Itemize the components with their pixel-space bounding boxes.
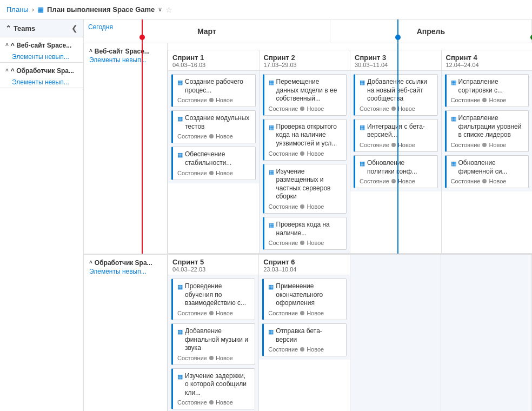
sprint-4-dates: 12.04–24.04	[446, 62, 528, 68]
chevron-up-icon: ⌃	[5, 24, 11, 32]
status-label: Состояние	[177, 399, 207, 406]
sprint-2-dates: 17.03–29.03	[264, 62, 346, 68]
team1-name[interactable]: ^ Веб-сайт Space...	[89, 48, 162, 55]
top-bar: Планы › ▦ План выполнения Space Game ∨ ☆	[0, 0, 532, 19]
status-label: Состояние	[451, 178, 481, 184]
task-icon: ▦	[269, 221, 274, 229]
sprint-4-cards: ▦Исправление сортировки с... СостояниеНо…	[442, 71, 533, 191]
month-april-label: Апрель	[417, 27, 445, 36]
today-label: Сегодня	[88, 23, 113, 31]
sprint-3-header: Спринт 3 30.03–11.04	[350, 50, 441, 71]
task-icon: ▦	[177, 373, 183, 380]
card-s2-3[interactable]: ▦Изучение размещенных и частных серверов…	[263, 164, 347, 214]
card-s1-2[interactable]: ▦Создание модульных тестов СостояниеНово…	[171, 110, 256, 143]
status-dot	[300, 107, 304, 111]
today-dot	[139, 35, 145, 40]
content-area: Сегодня Март	[84, 19, 532, 411]
status-label: Состояние	[269, 203, 298, 210]
status-label: Состояние	[360, 178, 389, 184]
sidebar-section-website-header[interactable]: ^ ^ Веб-сайт Space...	[0, 37, 83, 51]
sidebar-collapse-icon[interactable]: ❮	[71, 24, 78, 32]
task-icon: ▦	[360, 78, 365, 86]
sprint-1-col: Спринт 1 04.03–16.03 ▦Создание рабочего …	[168, 50, 260, 253]
card-s4-3[interactable]: ▦Обновление фирменной си... СостояниеНов…	[445, 155, 529, 188]
sidebar-section-handler-header[interactable]: ^ ^ Обработчик Spa...	[0, 63, 83, 77]
star-icon[interactable]: ☆	[165, 5, 172, 14]
team2-backlog-link[interactable]: Элементы невып...	[89, 268, 162, 275]
card-s5-2[interactable]: ▦Добавление финальной музыки и звука Сос…	[171, 323, 255, 365]
status-dot	[209, 311, 214, 315]
team-website-section: Спринт 1 04.03–16.03 ▦Создание рабочего …	[84, 43, 532, 255]
card-s2-2[interactable]: ▦Проверка открытого кода на наличие уязв…	[263, 119, 347, 161]
card-s1-3[interactable]: ▦Обеспечение стабильности... СостояниеНо…	[171, 147, 256, 180]
card-s6-1[interactable]: ▦Применение окончательного оформления Со…	[262, 279, 346, 320]
status-dot	[300, 151, 304, 156]
status-label: Состояние	[451, 142, 481, 148]
status-dot	[482, 179, 487, 183]
sprint-5-cards: ▦Проведение обучения по взаимодействию с…	[168, 275, 258, 411]
card-s3-1[interactable]: ▦Добавление ссылки на новый веб-сайт соо…	[354, 74, 438, 116]
team2-name[interactable]: ^ Обработчик Spa...	[89, 259, 162, 267]
sprint-4-col: Спринт 4 12.04–24.04 ▦Исправление сортир…	[442, 50, 533, 253]
status-dot	[209, 98, 214, 102]
task-icon: ▦	[360, 160, 365, 167]
task-icon: ▦	[451, 115, 456, 122]
sprint-5-name: Спринт 5	[172, 258, 254, 266]
sprint-6-col: Спринт 6 23.03–10.04 ▦Применение окончат…	[259, 255, 350, 411]
task-icon: ▦	[451, 78, 456, 86]
team1-backlog-link[interactable]: Элементы невып...	[89, 56, 162, 64]
website-backlog-link[interactable]: Элементы невып...	[0, 51, 83, 62]
sprint-6-header: Спринт 6 23.03–10.04	[259, 255, 349, 275]
month-march-label: Март	[197, 27, 216, 36]
sprint-3-cards: ▦Добавление ссылки на новый веб-сайт соо…	[350, 71, 441, 191]
task-icon: ▦	[177, 115, 183, 122]
status-dot	[209, 400, 214, 405]
sprint-1-name: Спринт 1	[172, 54, 255, 62]
chevron-icon: ^	[5, 43, 9, 49]
status-dot	[391, 143, 396, 147]
status-dot	[300, 204, 304, 209]
status-label: Состояние	[268, 310, 298, 316]
sprint-1-dates: 04.03–16.03	[172, 62, 255, 68]
sprint-2-cards: ▦Перемещение данных модели в ее собствен…	[260, 71, 350, 253]
month-april: Апрель	[330, 19, 532, 43]
card-s2-4[interactable]: ▦Проверка кода на наличие... СостояниеНо…	[263, 217, 347, 250]
status-dot	[482, 98, 487, 102]
breadcrumb-plans[interactable]: Планы	[6, 5, 29, 14]
card-s3-3[interactable]: ▦Обновление политики конф... СостояниеНо…	[354, 155, 438, 188]
handler-team-name: ^ Обработчик Spa...	[11, 67, 74, 75]
card-s6-2[interactable]: ▦Отправка бета-версии СостояниеНовое	[262, 323, 346, 356]
sprint-6-name: Спринт 6	[263, 258, 345, 266]
card-s5-1[interactable]: ▦Проведение обучения по взаимодействию с…	[171, 279, 255, 320]
sprint-6-cards: ▦Применение окончательного оформления Со…	[259, 275, 349, 360]
sidebar-title: ⌃ Teams	[5, 24, 35, 32]
sprint-3-col: Спринт 3 30.03–11.04 ▦Добавление ссылки …	[350, 50, 442, 253]
card-s3-2[interactable]: ▦Интеграция с бета-версией... СостояниеН…	[354, 119, 438, 152]
card-s4-2[interactable]: ▦Исправление фильтрации уровней в списке…	[445, 110, 529, 152]
handler-backlog-link[interactable]: Элементы невып...	[0, 77, 83, 88]
blue-dot	[395, 35, 401, 40]
sprint-6-dates: 23.03–10.04	[263, 266, 345, 273]
card-s5-3[interactable]: ▦Изучение задержки, о которой сообщили к…	[171, 368, 255, 410]
sprint-5-header: Спринт 5 04.03–22.03	[168, 255, 258, 275]
sprint-2-header: Спринт 2 17.03–29.03	[260, 50, 350, 71]
chevron-up-team1: ^	[89, 49, 92, 55]
sprint-1-cards: ▦Создание рабочего процес... СостояниеНо…	[168, 71, 259, 183]
sidebar-section-handler: ^ ^ Обработчик Spa... Элементы невып...	[0, 63, 83, 88]
sprint-3-dates: 30.03–11.04	[355, 62, 437, 68]
website-team-name: ^ Веб-сайт Space...	[11, 42, 71, 49]
status-label: Состояние	[269, 150, 298, 157]
dropdown-icon[interactable]: ∨	[158, 6, 162, 13]
card-s4-1[interactable]: ▦Исправление сортировки с... СостояниеНо…	[445, 74, 529, 107]
status-dot	[209, 171, 214, 175]
task-icon: ▦	[360, 123, 365, 131]
task-icon: ▦	[451, 160, 456, 167]
sidebar-header: ⌃ Teams ❮	[0, 19, 83, 37]
card-s1-1[interactable]: ▦Создание рабочего процес... СостояниеНо…	[171, 74, 256, 107]
task-icon: ▦	[177, 283, 183, 290]
card-s2-1[interactable]: ▦Перемещение данных модели в ее собствен…	[263, 74, 347, 116]
status-label: Состояние	[360, 105, 389, 112]
sprint-3-name: Спринт 3	[355, 54, 437, 62]
sprint-5-dates: 04.03–22.03	[172, 266, 254, 273]
status-label: Состояние	[451, 97, 481, 103]
